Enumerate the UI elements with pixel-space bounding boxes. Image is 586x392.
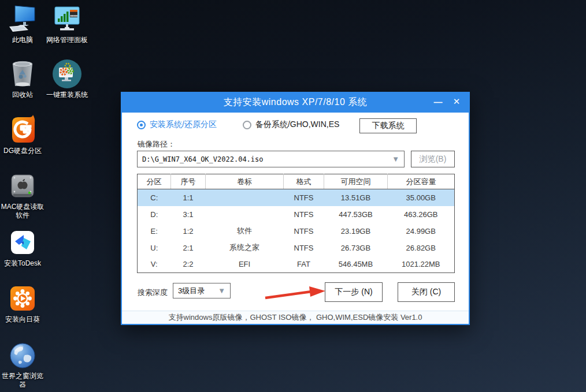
this-pc-icon (0, 3, 45, 35)
cell: 447.53GB (324, 206, 388, 223)
search-depth-label: 搜索深度 (138, 288, 168, 298)
image-path-value: D:\G_WIN7_X64_OK_V2022.04.iso (142, 155, 264, 163)
partition-table: 分区 序号 卷标 格式 可用空间 分区容量 C: 1:1 NTFS 13.51G… (137, 174, 455, 273)
cell: 1021.22MB (388, 256, 455, 273)
cell: 26.73GB (324, 240, 388, 256)
cell: 软件 (206, 223, 284, 240)
cell (206, 206, 284, 223)
desktop-icon-mac-disk[interactable]: MAC硬盘读取软件 (0, 170, 45, 220)
close-button[interactable]: 关闭 (C) (398, 282, 455, 302)
cell: V: (138, 256, 171, 273)
cell: 23.19GB (324, 223, 388, 240)
sunflower-icon (0, 283, 45, 314)
cell: NTFS (284, 189, 324, 206)
download-system-button[interactable]: 下载系统 (359, 118, 417, 133)
cell: U: (138, 240, 171, 256)
dialog-title: 支持安装windows XP/7/8/10 系统 (224, 96, 368, 109)
image-path-combobox[interactable]: D:\G_WIN7_X64_OK_V2022.04.iso ▼ (137, 151, 405, 167)
cell (206, 189, 284, 206)
desktop-icon-world-browser[interactable]: 世界之窗浏览器 (0, 339, 45, 389)
cell: 系统之家 (206, 240, 284, 256)
installer-dialog: 支持安装windows XP/7/8/10 系统 — ✕ 安装系统/还原分区 备… (121, 92, 470, 325)
search-depth-value: 3级目录 (178, 286, 205, 296)
search-depth-dropdown[interactable]: 3级目录 ▼ (173, 283, 231, 298)
desktop-icon-network-panel[interactable]: 网络管理面板 (44, 3, 90, 44)
desktop-icon-diskgenius[interactable]: DG硬盘分区 (0, 114, 45, 155)
network-panel-icon (44, 3, 90, 35)
chevron-down-icon[interactable]: ▼ (392, 155, 399, 163)
cell: NTFS (284, 206, 324, 223)
cell: 13.51GB (324, 189, 388, 206)
red-pointer-arrow (263, 284, 328, 301)
radio-backup-system[interactable] (243, 121, 251, 129)
desktop-icon-recycle-bin[interactable]: 回收站 (0, 58, 45, 99)
next-button[interactable]: 下一步 (N) (325, 282, 383, 302)
cell: 1:2 (171, 223, 206, 240)
todesk-icon (0, 227, 45, 258)
cell: 2:2 (171, 256, 206, 273)
browse-button[interactable]: 浏览(B) (411, 151, 455, 167)
close-icon[interactable]: ✕ (447, 92, 466, 111)
col-header-capacity[interactable]: 分区容量 (388, 174, 455, 189)
minimize-icon[interactable]: — (428, 92, 448, 111)
dialog-titlebar[interactable]: 支持安装windows XP/7/8/10 系统 — ✕ (121, 92, 470, 113)
cell: C: (138, 189, 171, 206)
cell: FAT (284, 256, 324, 273)
cell: 35.00GB (388, 189, 455, 206)
col-header-partition[interactable]: 分区 (138, 174, 171, 189)
col-header-volume-label[interactable]: 卷标 (206, 174, 284, 189)
desktop-icon-reinstall-system[interactable]: 一键重装系统 (44, 58, 90, 99)
table-row-v[interactable]: V: 2:2 EFI FAT 546.45MB 1021.22MB (138, 256, 455, 273)
desktop-icon-sunflower[interactable]: 安装向日葵 (0, 283, 45, 324)
partition-table-header: 分区 序号 卷标 格式 可用空间 分区容量 (138, 174, 455, 189)
diskgenius-icon (0, 114, 45, 145)
dialog-footer-status: 支持windows原版镜像，GHOST ISO镜像， GHO,WIM,ESD镜像… (122, 311, 469, 324)
col-header-index[interactable]: 序号 (171, 174, 206, 189)
cell: 1:1 (171, 189, 206, 206)
mac-disk-icon (0, 170, 45, 201)
radio-install-label[interactable]: 安装系统/还原分区 (150, 120, 217, 130)
cell: 3:1 (171, 206, 206, 223)
radio-backup-label[interactable]: 备份系统/GHO,WIN,ES (255, 120, 339, 130)
mode-radio-row: 安装系统/还原分区 备份系统/GHO,WIN,ES (137, 120, 339, 130)
reinstall-system-icon (44, 58, 90, 89)
image-path-label: 镜像路径： (138, 139, 175, 150)
radio-install-system[interactable] (137, 121, 146, 129)
cell: EFI (206, 256, 284, 273)
table-row-d[interactable]: D: 3:1 NTFS 447.53GB 463.26GB (138, 206, 455, 223)
table-row-c[interactable]: C: 1:1 NTFS 13.51GB 35.00GB (138, 189, 455, 206)
col-header-format[interactable]: 格式 (284, 174, 324, 189)
cell: NTFS (284, 240, 324, 256)
cell: 2:1 (171, 240, 206, 256)
cell: 24.99GB (388, 223, 455, 240)
cell: E: (138, 223, 171, 240)
col-header-free-space[interactable]: 可用空间 (324, 174, 388, 189)
desktop-icon-this-pc[interactable]: 此电脑 (0, 3, 45, 44)
desktop-icon-todesk[interactable]: 安装ToDesk (0, 227, 45, 268)
table-row-e[interactable]: E: 1:2 软件 NTFS 23.19GB 24.99GB (138, 223, 455, 240)
dialog-body: 安装系统/还原分区 备份系统/GHO,WIN,ES 下载系统 镜像路径： D:\… (122, 113, 469, 324)
table-row-u[interactable]: U: 2:1 系统之家 NTFS 26.73GB 26.82GB (138, 240, 455, 256)
recycle-bin-icon (0, 58, 45, 89)
cell: 26.82GB (388, 240, 455, 256)
cell: 463.26GB (388, 206, 455, 223)
cell: 546.45MB (324, 256, 388, 273)
chevron-down-icon[interactable]: ▼ (218, 286, 225, 295)
world-browser-icon (0, 339, 45, 371)
cell: NTFS (284, 223, 324, 240)
cell: D: (138, 206, 171, 223)
